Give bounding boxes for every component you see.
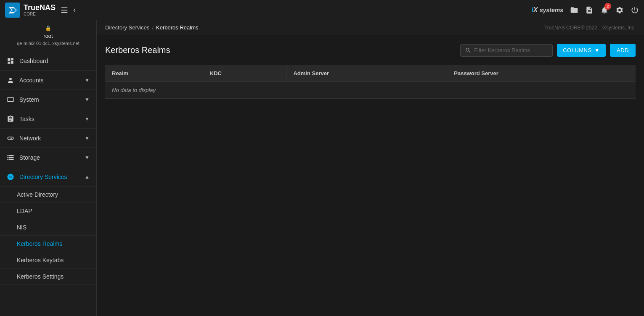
accounts-icon <box>7 76 14 84</box>
network-chevron-icon: ▼ <box>85 135 90 141</box>
page-header: Kerberos Realms COLUMNS ▼ ADD <box>105 44 636 57</box>
col-password-server: Password Server <box>447 65 636 82</box>
sidebar-item-accounts-label: Accounts <box>19 77 85 84</box>
main-layout: 🔒 root qe-mini2-01.dc1.ixsystems.net Das… <box>0 20 644 316</box>
copyright-text: TrueNAS CORE® 2022 - iXsystems, Inc. <box>544 25 636 31</box>
sidebar-item-storage-label: Storage <box>19 154 85 161</box>
username: root <box>43 33 53 39</box>
search-input[interactable] <box>474 47 548 53</box>
notes-icon-btn[interactable] <box>585 5 594 14</box>
notifications-icon-btn[interactable]: 2 <box>600 5 609 14</box>
kerberos-realms-label: Kerberos Realms <box>17 240 62 247</box>
no-data-row: No data to display <box>105 82 636 99</box>
logo-text: TrueNAS CORE <box>24 3 56 16</box>
sidebar-item-tasks-label: Tasks <box>19 116 85 122</box>
sidebar-item-kerberos-settings[interactable]: Kerberos Settings <box>0 269 96 285</box>
sidebar-item-kerberos-realms[interactable]: Kerberos Realms <box>0 236 96 252</box>
breadcrumb-current: Kerberos Realms <box>156 24 198 31</box>
ldap-label: LDAP <box>17 208 32 214</box>
sidebar-item-tasks[interactable]: Tasks ▼ <box>0 109 96 129</box>
sidebar-item-dashboard[interactable]: Dashboard <box>0 51 96 71</box>
user-info: 🔒 root qe-mini2-01.dc1.ixsystems.net <box>0 20 96 51</box>
sidebar-item-dashboard-label: Dashboard <box>19 58 90 64</box>
accounts-chevron-icon: ▼ <box>85 77 90 83</box>
back-icon[interactable]: ‹ <box>73 5 76 14</box>
no-data-message: No data to display <box>105 82 636 99</box>
columns-button[interactable]: COLUMNS ▼ <box>557 44 606 57</box>
search-icon <box>465 47 472 54</box>
ix-systems-logo: iX systems <box>531 6 563 14</box>
breadcrumb-bar: Directory Services / Kerberos Realms Tru… <box>97 20 644 35</box>
breadcrumb: Directory Services / Kerberos Realms <box>105 24 199 31</box>
sidebar-item-kerberos-keytabs[interactable]: Kerberos Keytabs <box>0 252 96 269</box>
data-table: Realm KDC Admin Server Password Server N… <box>105 65 636 99</box>
dashboard-icon <box>7 56 14 65</box>
sidebar: 🔒 root qe-mini2-01.dc1.ixsystems.net Das… <box>0 20 97 316</box>
system-icon <box>7 95 14 104</box>
directory-services-chevron-icon: ▲ <box>85 174 90 180</box>
page-title: Kerberos Realms <box>105 45 170 55</box>
tasks-chevron-icon: ▼ <box>85 116 90 122</box>
directory-services-icon <box>7 172 14 181</box>
power-icon-btn[interactable] <box>631 5 639 14</box>
sidebar-item-ldap[interactable]: LDAP <box>0 203 96 219</box>
menu-icon[interactable]: ☰ <box>61 5 68 15</box>
storage-chevron-icon: ▼ <box>85 155 90 161</box>
page-content: Kerberos Realms COLUMNS ▼ ADD <box>97 35 644 316</box>
page-header-actions: COLUMNS ▼ ADD <box>460 44 636 57</box>
active-directory-label: Active Directory <box>17 191 58 198</box>
table-body: No data to display <box>105 82 636 99</box>
content-area: Directory Services / Kerberos Realms Tru… <box>97 20 644 316</box>
sidebar-item-network-label: Network <box>19 135 85 142</box>
system-chevron-icon: ▼ <box>85 97 90 103</box>
add-button[interactable]: ADD <box>610 44 636 57</box>
sidebar-item-directory-services-label: Directory Services <box>19 174 85 180</box>
topbar-left: TrueNAS CORE ☰ ‹ <box>5 3 76 18</box>
storage-icon <box>7 153 14 162</box>
directory-icon-btn[interactable] <box>570 5 578 14</box>
nis-label: NIS <box>17 224 27 231</box>
search-box <box>460 44 553 57</box>
logo-area: TrueNAS CORE <box>5 3 56 18</box>
lock-icon: 🔒 <box>45 25 51 31</box>
sidebar-item-storage[interactable]: Storage ▼ <box>0 148 96 167</box>
sidebar-item-active-directory[interactable]: Active Directory <box>0 187 96 203</box>
columns-chevron-icon: ▼ <box>594 47 600 53</box>
sidebar-item-accounts[interactable]: Accounts ▼ <box>0 71 96 90</box>
breadcrumb-parent-link[interactable]: Directory Services <box>105 24 149 31</box>
sidebar-item-network[interactable]: Network ▼ <box>0 129 96 148</box>
sidebar-item-directory-services[interactable]: Directory Services ▲ <box>0 167 96 187</box>
sidebar-item-system[interactable]: System ▼ <box>0 90 96 109</box>
kerberos-keytabs-label: Kerberos Keytabs <box>17 257 64 263</box>
settings-icon-btn[interactable] <box>615 5 624 14</box>
topbar: TrueNAS CORE ☰ ‹ iX systems 2 <box>0 0 644 20</box>
col-realm: Realm <box>105 65 203 82</box>
table-header: Realm KDC Admin Server Password Server <box>105 65 636 82</box>
col-kdc: KDC <box>203 65 286 82</box>
user-host: qe-mini2-01.dc1.ixsystems.net <box>17 41 80 46</box>
kerberos-settings-label: Kerberos Settings <box>17 273 64 280</box>
tasks-icon <box>7 114 14 123</box>
sidebar-item-nis[interactable]: NIS <box>0 219 96 236</box>
notification-badge: 2 <box>604 3 611 10</box>
truenas-logo-icon <box>5 3 20 18</box>
network-icon <box>7 134 14 142</box>
sidebar-item-system-label: System <box>19 96 85 103</box>
topbar-right: iX systems 2 <box>531 5 639 14</box>
breadcrumb-separator: / <box>152 24 154 31</box>
col-admin-server: Admin Server <box>286 65 447 82</box>
